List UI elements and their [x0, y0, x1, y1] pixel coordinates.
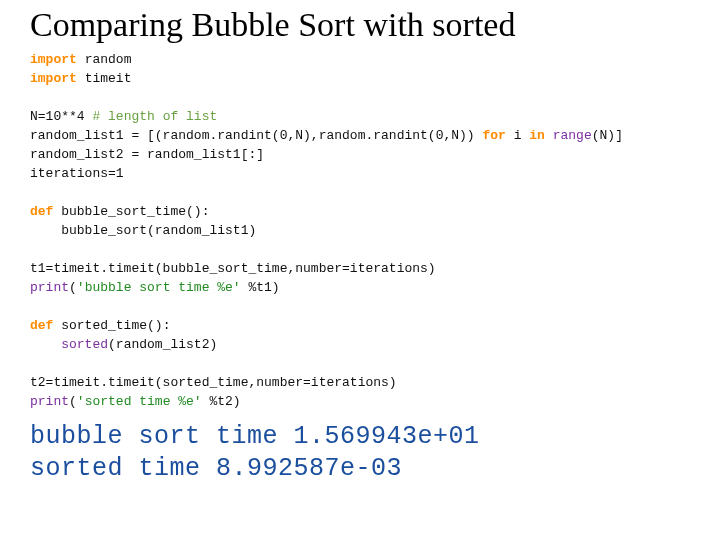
str-bubble: 'bubble sort time %e': [77, 280, 241, 295]
print-tail-2: %t2): [202, 394, 241, 409]
fn-bubble-time: bubble_sort_time: [53, 204, 186, 219]
print-open-2: (: [69, 394, 77, 409]
mod-timeit: timeit: [85, 71, 132, 86]
kw-def-2: def: [30, 318, 53, 333]
code-block: import random import timeit N=10**4 # le…: [30, 50, 700, 411]
fn-tail-2: ():: [147, 318, 170, 333]
kw-for: for: [482, 128, 505, 143]
slide-title: Comparing Bubble Sort with sorted: [30, 6, 700, 44]
builtin-print-1: print: [30, 280, 69, 295]
builtin-range: range: [553, 128, 592, 143]
assign-t2: t2=timeit.timeit(sorted_time,number=iter…: [30, 375, 397, 390]
fn-sorted-time: sorted_time: [53, 318, 147, 333]
assign-n: N=10**4: [30, 109, 92, 124]
kw-def-1: def: [30, 204, 53, 219]
kw-import-2: import: [30, 71, 77, 86]
fn-tail-1: ():: [186, 204, 209, 219]
builtin-sorted: sorted: [61, 337, 108, 352]
kw-import-1: import: [30, 52, 77, 67]
output-line-2: sorted time 8.992587e-03: [30, 454, 402, 483]
assign-t1: t1=timeit.timeit(bubble_sort_time,number…: [30, 261, 436, 276]
assign-list1: random_list1 = [(random.randint(0,N),ran…: [30, 128, 482, 143]
slide: Comparing Bubble Sort with sorted import…: [0, 0, 720, 495]
str-sorted: 'sorted time %e': [77, 394, 202, 409]
builtin-print-2: print: [30, 394, 69, 409]
sp: [545, 128, 553, 143]
output-line-1: bubble sort time 1.569943e+01: [30, 422, 480, 451]
assign-iter: iterations=1: [30, 166, 124, 181]
range-tail: (N)]: [592, 128, 623, 143]
output-block: bubble sort time 1.569943e+01 sorted tim…: [30, 421, 700, 485]
print-tail-1: %t1): [241, 280, 280, 295]
print-open-1: (: [69, 280, 77, 295]
comment-length: # length of list: [92, 109, 217, 124]
mod-random: random: [85, 52, 132, 67]
call-bubble-sort: bubble_sort(random_list1): [30, 223, 256, 238]
sorted-tail: (random_list2): [108, 337, 217, 352]
indent-2: [30, 337, 61, 352]
kw-in: in: [529, 128, 545, 143]
assign-list2: random_list2 = random_list1[:]: [30, 147, 264, 162]
for-var: i: [506, 128, 529, 143]
